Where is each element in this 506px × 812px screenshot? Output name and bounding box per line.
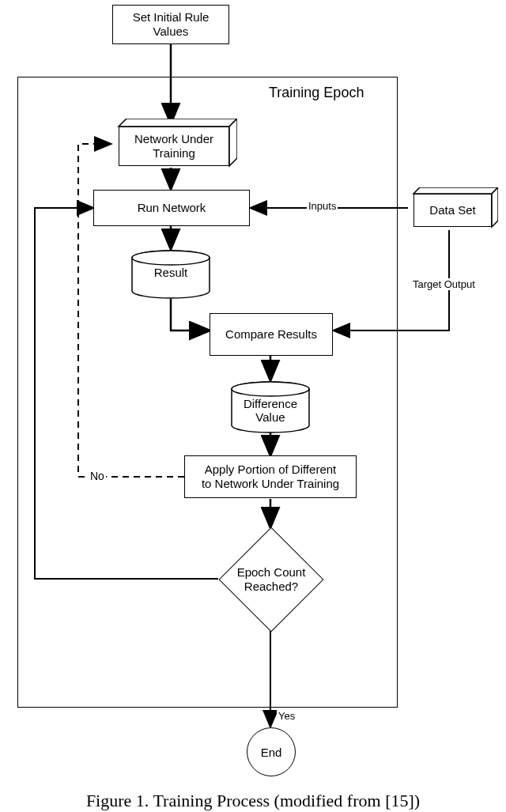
yes-label: Yes <box>277 710 296 722</box>
no-label: No <box>89 470 106 482</box>
frame-label: Training Epoch <box>269 85 364 101</box>
diff-cylinder: Difference Value <box>230 381 311 433</box>
svg-point-12 <box>232 382 309 396</box>
epoch-text: Epoch Count Reached? <box>237 565 306 594</box>
compare-box: Compare Results <box>210 313 333 356</box>
svg-marker-15 <box>492 187 498 227</box>
dataset-box: Data Set <box>407 187 498 230</box>
target-label: Target Output <box>411 278 477 290</box>
svg-point-11 <box>132 251 210 265</box>
apply-text: Apply Portion of Different to Network Un… <box>202 463 339 491</box>
svg-point-10 <box>132 251 210 265</box>
inputs-label: Inputs <box>307 200 338 212</box>
apply-box: Apply Portion of Different to Network Un… <box>184 455 357 498</box>
result-cylinder: Result <box>130 250 211 299</box>
figure-caption: Figure 1. Training Process (modified fro… <box>0 791 506 811</box>
dataset-text: Data Set <box>429 203 475 217</box>
network-box: Network Under Training <box>111 119 237 170</box>
init-text: Set Initial Rule Values <box>133 10 210 39</box>
result-text: Result <box>130 266 211 279</box>
run-box: Run Network <box>93 190 250 226</box>
svg-point-13 <box>232 382 309 396</box>
svg-marker-8 <box>119 119 237 127</box>
run-text: Run Network <box>138 201 206 215</box>
end-circle: End <box>247 727 296 776</box>
flowchart-canvas: Training Epoch Set Initial Rule Values <box>0 0 506 812</box>
end-text: End <box>261 746 282 759</box>
svg-marker-9 <box>229 119 237 166</box>
svg-marker-14 <box>413 187 498 194</box>
training-epoch-frame <box>17 77 398 708</box>
diff-text: Difference Value <box>230 397 311 424</box>
compare-text: Compare Results <box>225 327 317 342</box>
network-text: Network Under Training <box>134 132 213 161</box>
init-box: Set Initial Rule Values <box>112 5 229 44</box>
